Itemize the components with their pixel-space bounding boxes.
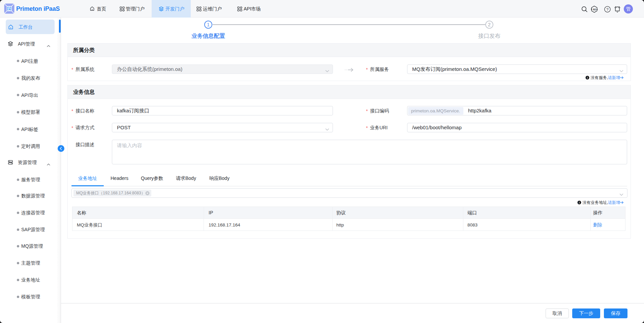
svg-text:?: ? (606, 7, 608, 11)
svg-text:AI: AI (593, 8, 596, 11)
svg-text:P: P (8, 7, 10, 10)
